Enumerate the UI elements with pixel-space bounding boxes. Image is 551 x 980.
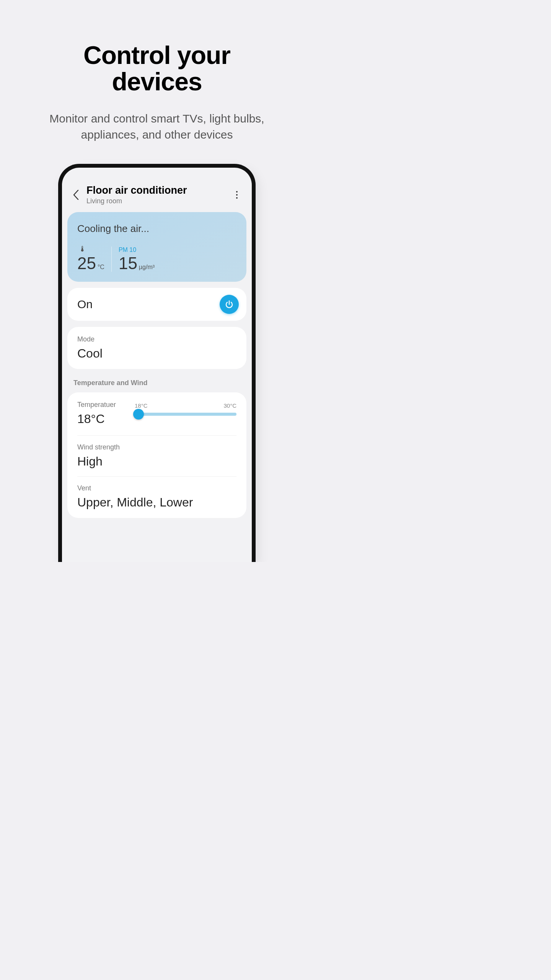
temperature-metric: 🌡 25°C: [77, 245, 111, 272]
device-location: Living room: [86, 197, 232, 205]
section-header-temp-wind: Temperature and Wind: [73, 379, 246, 387]
promo-title-line2: devices: [112, 67, 202, 96]
temperature-slider[interactable]: [135, 413, 236, 416]
temp-wind-card: Temperatuer 18°C 18°C 30°C Wind strength…: [67, 392, 246, 518]
mode-card[interactable]: Mode Cool: [67, 327, 246, 369]
mode-label: Mode: [77, 335, 236, 343]
status-card: Cooling the air... 🌡 25°C PM 10 15µg/m³: [67, 212, 246, 282]
current-temp-unit: °C: [98, 264, 104, 270]
mode-value: Cool: [77, 346, 236, 361]
more-options-icon[interactable]: [232, 190, 242, 200]
header-text: Floor air conditioner Living room: [86, 185, 232, 205]
wind-label: Wind strength: [77, 443, 236, 451]
promo-title-line1: Control your: [83, 41, 230, 69]
temperature-value: 18°C: [77, 412, 135, 426]
power-card: On: [67, 288, 246, 321]
vent-label: Vent: [77, 484, 236, 492]
vent-value: Upper, Middle, Lower: [77, 495, 236, 510]
pm-value: 15: [119, 254, 137, 273]
back-icon[interactable]: [70, 188, 83, 201]
current-temp-value: 25: [77, 254, 96, 273]
slider-min-label: 18°C: [135, 402, 148, 409]
thermometer-icon: 🌡: [79, 245, 104, 253]
temperature-label: Temperatuer: [77, 401, 135, 409]
wind-row[interactable]: Wind strength High: [77, 436, 236, 477]
app-header: Floor air conditioner Living room: [67, 185, 246, 212]
slider-max-label: 30°C: [223, 402, 236, 409]
power-icon: [225, 300, 234, 309]
device-title: Floor air conditioner: [86, 185, 232, 196]
promo-title: Control your devices: [0, 42, 314, 95]
pm-label: PM 10: [119, 247, 155, 253]
temperature-row: Temperatuer 18°C 18°C 30°C: [77, 401, 236, 436]
phone-frame: Floor air conditioner Living room Coolin…: [58, 164, 256, 562]
slider-thumb[interactable]: [133, 409, 144, 420]
power-button[interactable]: [220, 295, 239, 314]
status-metrics: 🌡 25°C PM 10 15µg/m³: [77, 245, 236, 272]
power-label: On: [77, 298, 93, 311]
wind-value: High: [77, 454, 236, 469]
slider-labels: 18°C 30°C: [135, 402, 236, 409]
pm-unit: µg/m³: [139, 264, 155, 270]
vent-row[interactable]: Vent Upper, Middle, Lower: [77, 477, 236, 510]
air-quality-metric: PM 10 15µg/m³: [111, 247, 161, 272]
status-text: Cooling the air...: [77, 223, 236, 235]
promo-subtitle: Monitor and control smart TVs, light bul…: [0, 111, 314, 143]
